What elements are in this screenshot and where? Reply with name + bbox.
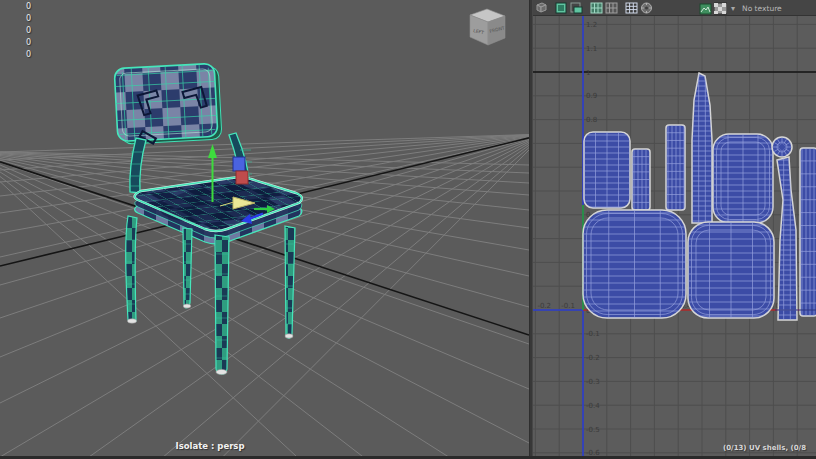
uv-editor-panel: 1.21.110.90.80.70.60.50.40.30.20.10-0.1-…: [533, 0, 816, 459]
uv-shell-post-strip-b[interactable]: [666, 125, 685, 210]
red-cube-handle[interactable]: [236, 171, 248, 184]
svg-text:1: 1: [586, 69, 590, 77]
uv-shell-post-strip-a[interactable]: [632, 149, 650, 210]
hud-counter: 0: [26, 37, 31, 49]
texture-select-label[interactable]: No texture: [742, 4, 782, 13]
svg-text:-0.3: -0.3: [586, 378, 600, 386]
polyhedron-icon[interactable]: [535, 1, 548, 14]
svg-text:0.9: 0.9: [586, 92, 597, 100]
uv-shell-seat-shell-b[interactable]: [688, 222, 774, 318]
image-range-icon[interactable]: [699, 2, 712, 15]
uv-checker-icon[interactable]: [625, 1, 638, 14]
chair-backrest[interactable]: [114, 63, 222, 145]
hud-counter: 0: [26, 1, 31, 13]
uv-shell-leg-shell-b[interactable]: [777, 157, 797, 320]
svg-text:-0.5: -0.5: [586, 426, 600, 434]
hud-counter: 0: [26, 25, 31, 37]
uv-canvas[interactable]: 1.21.110.90.80.70.60.50.40.30.20.10-0.1-…: [533, 0, 816, 459]
uv-toolbar: ▾ No texture: [533, 0, 816, 16]
uv-shell-icon[interactable]: [555, 1, 568, 14]
svg-text:-0.1: -0.1: [586, 330, 600, 338]
hud-counter: 0: [26, 49, 31, 61]
svg-text:1.2: 1.2: [586, 21, 597, 29]
y-axis-arrowhead[interactable]: [208, 144, 217, 158]
leg-wireframe: [126, 240, 295, 358]
svg-text:-0.2: -0.2: [586, 354, 600, 362]
uv-grid-teal-icon[interactable]: [590, 1, 603, 14]
uv-shell-backrest-front[interactable]: [713, 134, 773, 223]
svg-text:-0.1: -0.1: [561, 302, 575, 310]
svg-text:0.8: 0.8: [586, 116, 597, 124]
uv-status-label: (0/13) UV shells, (0/8: [723, 444, 806, 452]
uv-grid-gray-icon[interactable]: [605, 1, 618, 14]
uv-shell-seat-shell-a[interactable]: [583, 210, 686, 318]
viewport-camera-label: Isolate : persp: [110, 441, 310, 451]
leg-caps: [128, 304, 294, 375]
perspective-viewport[interactable]: LEFT FRONT 0 0 0 0 0 Isolate : persp: [0, 0, 529, 459]
uv-shell-backrest-side[interactable]: [584, 132, 630, 208]
chair-seat[interactable]: [135, 177, 302, 244]
texture-swatch-icon[interactable]: [714, 2, 727, 15]
svg-text:-0.2: -0.2: [537, 302, 551, 310]
uv-shell-leg-shell-a[interactable]: [692, 73, 712, 223]
uv-shell-edge-strip[interactable]: [800, 148, 816, 316]
dropdown-arrow-icon[interactable]: ▾: [731, 4, 735, 13]
svg-text:1.1: 1.1: [586, 45, 597, 53]
scene-3d: LEFT FRONT: [0, 0, 529, 459]
hud-counter: 0: [26, 13, 31, 25]
uv-move-shell-icon[interactable]: [570, 1, 583, 14]
view-cube[interactable]: LEFT FRONT: [470, 9, 505, 45]
uv-shell-cap-circle[interactable]: [772, 137, 792, 157]
poly-count-hud: 0 0 0 0 0: [26, 1, 31, 61]
blue-cube-handle[interactable]: [233, 157, 245, 171]
svg-text:-0.4: -0.4: [586, 402, 600, 410]
uv-dial-icon[interactable]: [640, 1, 653, 14]
